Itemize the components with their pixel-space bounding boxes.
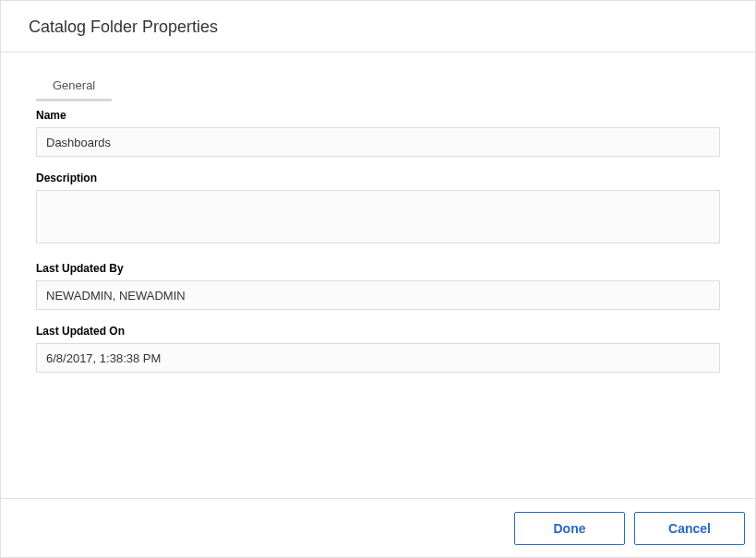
updated-by-group: Last Updated By <box>36 262 720 310</box>
name-input[interactable] <box>36 127 720 157</box>
tab-row: General <box>36 71 720 101</box>
dialog-footer: Done Cancel <box>0 498 756 558</box>
cancel-button[interactable]: Cancel <box>634 512 745 545</box>
name-group: Name <box>36 109 720 157</box>
tab-general[interactable]: General <box>36 71 112 101</box>
updated-on-label: Last Updated On <box>36 325 720 338</box>
dialog-header: Catalog Folder Properties <box>1 1 755 53</box>
updated-on-input[interactable] <box>36 343 720 373</box>
description-group: Description <box>36 172 720 247</box>
dialog-title: Catalog Folder Properties <box>29 18 727 37</box>
description-label: Description <box>36 172 720 184</box>
updated-by-input[interactable] <box>36 280 720 310</box>
dialog-content: General Name Description Last Updated By… <box>1 53 755 373</box>
description-input[interactable] <box>36 190 720 243</box>
updated-by-label: Last Updated By <box>36 262 720 275</box>
updated-on-group: Last Updated On <box>36 325 720 373</box>
done-button[interactable]: Done <box>514 512 625 545</box>
name-label: Name <box>36 109 720 122</box>
